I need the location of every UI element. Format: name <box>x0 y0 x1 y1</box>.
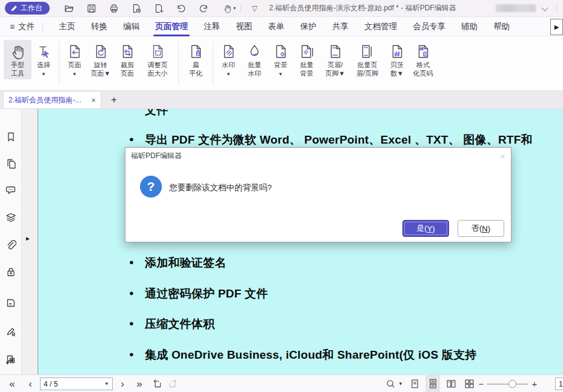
page-number-combobox[interactable]: 4 / 5 ▼ <box>40 377 113 390</box>
menu-bar: ≡ 文件 主页 转换 编辑 页面管理 注释 视图 表单 保护 共享 文档管理 会… <box>0 17 563 36</box>
open-file-button[interactable] <box>63 2 75 15</box>
ribbon-tool-pages[interactable]: 页面▼ <box>62 40 87 80</box>
ribbon-tool-batch-header-footer[interactable]: 批量页眉/页脚 <box>350 40 385 79</box>
title-bar: 工作台 ▾ ▽ 2.福昕会员使用指南-演示文档-原始.pdf * - 福昕PDF… <box>0 0 563 17</box>
document-title: 2.福昕会员使用指南-演示文档-原始.pdf * - 福昕PDF编辑器 <box>269 3 456 13</box>
ribbon-tool-watermark[interactable]: 水印▼ <box>216 40 241 80</box>
menu-member[interactable]: 会员专享 <box>405 17 453 36</box>
ribbon-tool-hand[interactable]: 手型工具 <box>4 40 32 79</box>
page-bullet-text: 通过密码保护 PDF 文件 <box>145 286 268 302</box>
signatures-panel-button[interactable] <box>5 325 17 337</box>
organize-pages-button[interactable] <box>130 2 142 15</box>
document-margin-strip <box>22 109 38 374</box>
dialog-close-icon[interactable]: × <box>500 151 505 161</box>
menu-protect[interactable]: 保护 <box>292 17 324 36</box>
menu-comment[interactable]: 注释 <box>196 17 228 36</box>
new-document-button[interactable] <box>153 2 165 15</box>
navigation-sidebar <box>0 109 22 374</box>
zoom-in-button[interactable]: + <box>530 375 539 392</box>
next-page-button[interactable]: › <box>116 375 128 392</box>
bookmarks-panel-button[interactable] <box>5 131 17 143</box>
ribbon-tool-batch-watermark[interactable]: 批量水印 <box>241 40 268 79</box>
workspace-label: 工作台 <box>21 3 42 13</box>
collapse-toolbar-button[interactable]: ▽ <box>248 2 261 15</box>
hand-tool-quick-button[interactable]: ▾ <box>220 2 238 15</box>
user-account-redacted <box>496 4 536 12</box>
bullet-icon: ● <box>129 288 134 297</box>
document-badge-icon <box>131 3 142 14</box>
redo-button[interactable] <box>198 2 210 15</box>
menu-home[interactable]: 主页 <box>51 17 83 36</box>
page-indicator: 4 / 5 <box>44 380 58 388</box>
new-tab-button[interactable]: + <box>111 94 117 106</box>
header-footer-icon <box>327 42 343 61</box>
menu-doc-manage[interactable]: 文档管理 <box>356 17 405 36</box>
single-page-view-button[interactable] <box>407 375 422 392</box>
menu-view[interactable]: 视图 <box>228 17 260 36</box>
zoom-out-button[interactable]: − <box>476 375 486 392</box>
undo-icon <box>176 3 187 14</box>
menu-overflow-button[interactable]: ▶ <box>550 19 563 35</box>
zoom-slider[interactable] <box>487 384 528 385</box>
zoom-tool-dropdown-icon[interactable]: ▼ <box>397 375 404 392</box>
page-bullet-text: 导出 PDF 文件为微软 Word、 PowerPoint、Excel 、TXT… <box>145 132 533 148</box>
previous-view-button[interactable] <box>150 375 164 392</box>
batch-background-icon <box>299 42 315 61</box>
no-button[interactable]: 否(N) <box>458 220 504 237</box>
zoom-tool-button[interactable] <box>384 375 397 392</box>
ribbon-tool-rotate-pages[interactable]: 旋转页面▼ <box>87 40 115 79</box>
security-panel-button[interactable] <box>5 266 17 278</box>
page-bullet-text: 添加和验证签名 <box>145 255 226 271</box>
destinations-panel-button[interactable] <box>5 297 17 309</box>
ribbon-tool-resize-pages[interactable]: 调整页面大小 <box>140 40 175 79</box>
page-text-partial: 文件 <box>145 109 168 118</box>
layers-panel-button[interactable] <box>5 211 17 224</box>
ribbon-tool-batch-background[interactable]: 批量背景 <box>293 40 321 79</box>
print-button[interactable] <box>108 2 120 15</box>
last-page-button[interactable]: » <box>132 375 147 392</box>
save-button[interactable] <box>85 2 98 15</box>
ribbon-tool-crop-pages[interactable]: 裁剪页面 <box>115 40 140 79</box>
menu-page-organize[interactable]: 页面管理 <box>147 17 196 36</box>
menu-form[interactable]: 表单 <box>260 17 292 36</box>
ribbon-tool-bates-numbering[interactable]: 贝茨数▼ <box>385 40 409 79</box>
menu-edit[interactable]: 编辑 <box>115 17 147 36</box>
facing-continuous-view-button[interactable] <box>462 375 476 392</box>
divider <box>241 4 241 13</box>
account-chevron-icon[interactable] <box>542 5 548 12</box>
zoom-percentage-box[interactable]: 1 <box>555 377 563 390</box>
document-tab-bar: 2.福昕会员使用指南-... × + <box>0 91 563 109</box>
tab-close-icon[interactable]: × <box>91 96 96 105</box>
divider <box>213 41 213 85</box>
ribbon-tool-background[interactable]: 背景▼ <box>268 40 293 80</box>
menu-accessibility[interactable]: 辅助 <box>453 17 485 36</box>
sidebar-more-arrow-icon[interactable]: ▼ <box>5 360 10 366</box>
menu-share[interactable]: 共享 <box>324 17 356 36</box>
prev-page-button[interactable]: ‹ <box>24 375 36 392</box>
panel-expand-arrow-icon[interactable]: ► <box>25 235 31 242</box>
yes-button[interactable]: 是(Y) <box>402 220 449 237</box>
zoom-slider-thumb[interactable] <box>508 380 516 388</box>
ribbon-tool-flatten[interactable]: 扁平化 <box>182 40 210 79</box>
dialog-title-bar: 福昕PDF编辑器 × <box>125 148 511 164</box>
document-tab[interactable]: 2.福昕会员使用指南-... × <box>3 91 101 108</box>
pages-panel-button[interactable] <box>5 158 17 170</box>
first-page-button[interactable]: « <box>5 375 19 392</box>
continuous-view-button[interactable] <box>425 375 440 392</box>
workspace-button[interactable]: 工作台 <box>5 2 50 15</box>
bullet-icon: ● <box>129 135 134 144</box>
menu-convert[interactable]: 转换 <box>83 17 115 36</box>
folder-open-icon <box>64 3 75 14</box>
undo-button[interactable] <box>175 2 187 15</box>
menu-file[interactable]: ≡ 文件 <box>10 21 35 32</box>
attachments-panel-button[interactable] <box>5 239 17 251</box>
facing-view-button[interactable] <box>444 375 458 392</box>
ribbon-tool-header-footer[interactable]: 页眉/页脚▼ <box>321 40 350 79</box>
next-view-button[interactable] <box>166 375 179 392</box>
ribbon-tool-select[interactable]: 选择▼ <box>32 40 56 80</box>
menu-help[interactable]: 帮助 <box>485 17 518 36</box>
ribbon-tool-format-page-numbers[interactable]: 格式化页码 <box>409 40 437 79</box>
divider <box>42 22 43 31</box>
dialog-message: 您要删除该文档中的背景吗? <box>169 182 272 193</box>
comments-panel-button[interactable] <box>5 184 17 196</box>
